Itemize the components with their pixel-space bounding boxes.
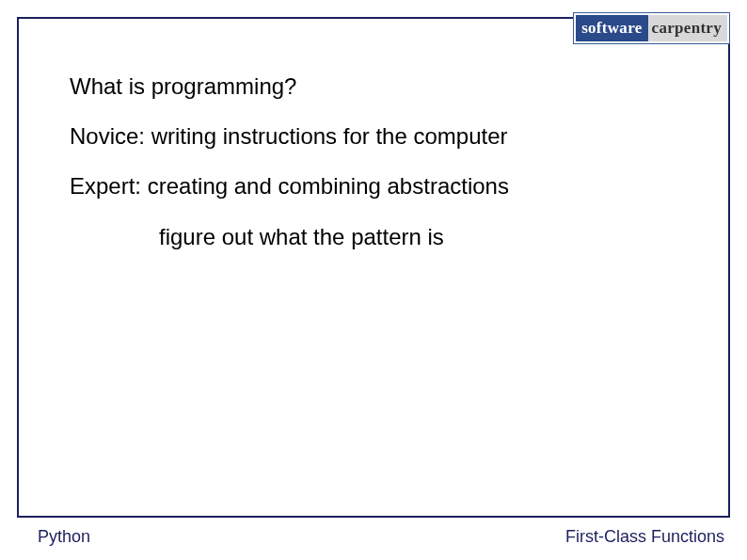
logo-right-text: carpentry (648, 15, 727, 41)
slide-content: What is programming? Novice: writing ins… (70, 72, 709, 272)
footer-left: Python (38, 527, 90, 547)
logo-left-text: software (576, 15, 647, 41)
logo-inner: software carpentry (574, 13, 729, 43)
content-line: Expert: creating and combining abstracti… (70, 171, 709, 200)
logo: software carpentry (573, 12, 730, 44)
footer-right: First-Class Functions (565, 527, 724, 547)
content-line: figure out what the pattern is (70, 222, 709, 251)
content-line: What is programming? (70, 72, 709, 101)
content-line: Novice: writing instructions for the com… (70, 121, 709, 151)
